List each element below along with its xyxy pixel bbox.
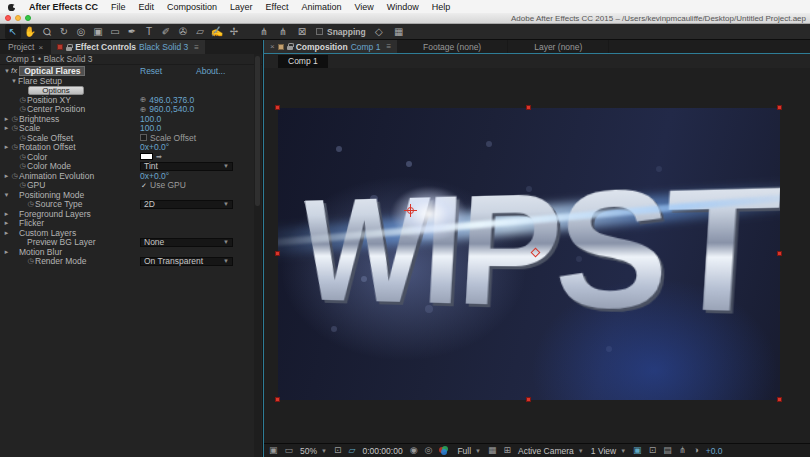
panel-menu-icon[interactable]: ≡ — [194, 43, 199, 52]
expand-brightness-icon[interactable]: ► — [3, 116, 10, 122]
panel-menu-icon[interactable]: ≡ — [386, 42, 391, 51]
mask-visibility-icon[interactable]: ▱ — [349, 444, 356, 457]
comp-flowchart-icon[interactable]: ▤ — [663, 444, 672, 457]
toggle-viewer-lock-icon[interactable]: ▣ — [633, 444, 642, 457]
layer-handle-bottom-right[interactable] — [777, 397, 782, 402]
hand-tool[interactable]: ✋ — [22, 24, 38, 39]
eyedropper-icon[interactable]: ➡ — [156, 153, 162, 161]
expand-foreground-layers-icon[interactable]: ► — [3, 211, 10, 217]
expand-motion-blur-icon[interactable]: ► — [3, 249, 10, 255]
stopwatch-icon[interactable]: ◷ — [18, 153, 27, 161]
primary-viewer-icon[interactable]: ▭ — [285, 444, 294, 457]
close-tab-icon[interactable]: × — [270, 42, 275, 51]
color-mode-select[interactable]: Tint▼ — [140, 162, 233, 171]
menu-item-after-effects-cc[interactable]: After Effects CC — [29, 2, 98, 12]
tab-effect-controls[interactable]: Effect Controls Black Solid 3 ≡ — [51, 40, 205, 54]
minimize-window-icon[interactable] — [15, 15, 21, 21]
color-swatch[interactable] — [140, 153, 153, 160]
snapping-checkbox[interactable] — [316, 28, 323, 35]
animation-evolution-value[interactable]: 0x+0.0° — [140, 171, 169, 181]
layer-handle-top-left[interactable] — [275, 105, 280, 110]
source-type-select[interactable]: 2D▼ — [140, 200, 233, 209]
mask-shape-tool[interactable]: ▭ — [107, 24, 123, 39]
3d-view-select[interactable]: Active Camera▼ — [518, 446, 584, 456]
stopwatch-icon[interactable]: ◷ — [10, 115, 19, 123]
unified-camera-tool[interactable]: ◎ — [73, 24, 89, 39]
menu-item-layer[interactable]: Layer — [230, 2, 253, 12]
rotation-offset-value[interactable]: 0x+0.0° — [140, 142, 169, 152]
grid-guides-icon[interactable]: ⊡ — [649, 444, 657, 457]
timecode[interactable]: 0:00:00:00 — [362, 446, 402, 456]
menu-item-file[interactable]: File — [111, 2, 126, 12]
close-tab-icon[interactable]: × — [38, 43, 43, 52]
brightness-value[interactable]: 100.0 — [140, 114, 161, 124]
roto-brush-tool[interactable]: ✍ — [209, 24, 225, 39]
layer-handle-top-center[interactable] — [526, 105, 531, 110]
expand-custom-layers-icon[interactable]: ► — [3, 230, 10, 236]
close-window-icon[interactable] — [5, 15, 11, 21]
always-preview-icon[interactable]: ▣ — [269, 444, 278, 457]
rotation-tool[interactable]: ↻ — [56, 24, 72, 39]
stopwatch-icon[interactable]: ◷ — [18, 105, 27, 113]
menu-item-edit[interactable]: Edit — [139, 2, 155, 12]
stopwatch-icon[interactable]: ◷ — [10, 143, 19, 151]
tab-layer[interactable]: Layer (none) — [508, 40, 609, 53]
pen-tool[interactable]: ✒ — [124, 24, 140, 39]
effect-name[interactable]: Optical Flares — [19, 66, 85, 76]
snap-grid-icon[interactable]: ▦ — [391, 24, 407, 39]
collapse-group-icon[interactable]: ▼ — [10, 78, 18, 84]
preview-bg-layer-select[interactable]: None▼ — [140, 238, 233, 247]
stopwatch-icon[interactable]: ◷ — [18, 134, 27, 142]
tab-footage[interactable]: Footage (none) — [397, 40, 508, 53]
scale-value[interactable]: 100.0 — [140, 123, 161, 133]
menu-item-animation[interactable]: Animation — [301, 2, 341, 12]
stopwatch-icon[interactable]: ◷ — [26, 200, 35, 208]
tab-project[interactable]: Project × — [0, 40, 51, 54]
options-button[interactable]: Options — [28, 86, 84, 95]
effect-controls-scrollbar[interactable] — [254, 54, 261, 457]
region-of-interest-icon[interactable]: ⊡ — [334, 444, 342, 457]
composition-viewer[interactable]: WIPSTE WIPSTE — [264, 68, 810, 443]
point-control-icon[interactable]: ⊕ — [140, 105, 146, 114]
viewer-tab-comp1[interactable]: Comp 1 — [278, 55, 328, 68]
snap-to-features-icon[interactable]: ◇ — [371, 24, 387, 39]
motion-path-icon[interactable]: ⋔ — [679, 444, 687, 457]
gpu-checkbox[interactable]: ✓ — [140, 182, 147, 189]
reset-exposure-icon[interactable]: ◑ — [693, 444, 698, 457]
menu-item-effect[interactable]: Effect — [266, 2, 289, 12]
scale-offset-checkbox[interactable] — [140, 134, 147, 141]
view-axis-mode-icon[interactable]: ⊠ — [294, 24, 310, 39]
point-control-icon[interactable]: ⊕ — [140, 95, 146, 104]
local-axis-mode-icon[interactable]: ⋔ — [256, 24, 272, 39]
lock-icon[interactable] — [66, 47, 72, 51]
menu-item-window[interactable]: Window — [387, 2, 419, 12]
position-xy-value[interactable]: 496.0,376.0 — [149, 95, 194, 105]
layer-handle-bottom-center[interactable] — [526, 397, 531, 402]
menu-item-help[interactable]: Help — [432, 2, 451, 12]
expand-positioning-mode-icon[interactable]: ▼ — [3, 192, 10, 198]
pan-behind-tool[interactable]: ▣ — [90, 24, 106, 39]
show-channels-icon[interactable] — [439, 446, 450, 455]
stopwatch-icon[interactable]: ◷ — [10, 172, 19, 180]
menu-item-composition[interactable]: Composition — [167, 2, 217, 12]
selection-tool[interactable]: ↖ — [5, 24, 21, 39]
magnification-select[interactable]: 50%▼ — [300, 446, 327, 456]
menu-item-view[interactable]: View — [354, 2, 373, 12]
brush-tool[interactable]: ✐ — [158, 24, 174, 39]
puppet-pin-tool[interactable]: ✢ — [226, 24, 242, 39]
fx-icon[interactable]: fx — [11, 66, 17, 75]
layer-handle-bottom-left[interactable] — [275, 397, 280, 402]
render-mode-select[interactable]: On Transparent▼ — [140, 257, 233, 266]
composition-canvas[interactable]: WIPSTE WIPSTE — [278, 108, 780, 400]
tab-composition[interactable]: × Composition Comp 1 ≡ — [264, 40, 397, 53]
reset-link[interactable]: Reset — [140, 66, 162, 76]
lock-icon[interactable] — [287, 46, 293, 50]
expand-flicker-icon[interactable]: ► — [3, 220, 10, 226]
layer-handle-middle-left[interactable] — [275, 251, 280, 256]
zoom-window-icon[interactable] — [25, 15, 31, 21]
apple-menu-icon[interactable] — [8, 3, 16, 11]
stopwatch-icon[interactable]: ◷ — [26, 257, 35, 265]
stopwatch-icon[interactable]: ◷ — [18, 181, 27, 189]
take-snapshot-icon[interactable]: ◉ — [410, 444, 418, 457]
zoom-tool[interactable]: Ϙ — [39, 24, 55, 39]
